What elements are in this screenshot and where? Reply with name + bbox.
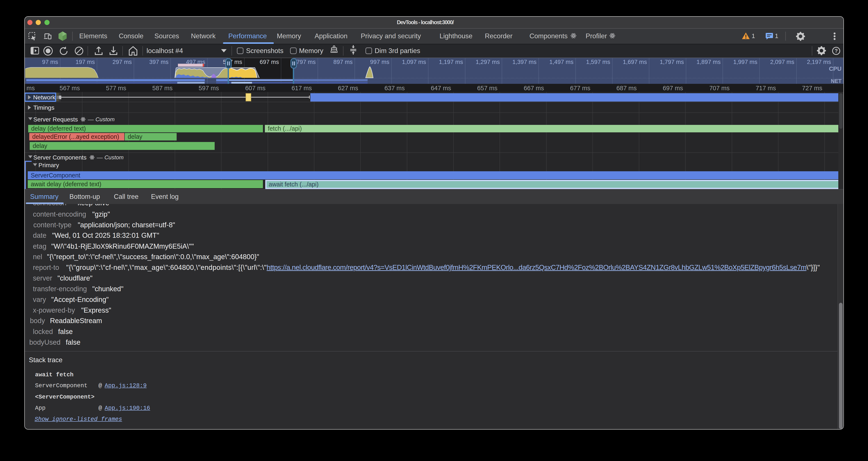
- svg-text:1,397 ms: 1,397 ms: [513, 59, 536, 65]
- svg-text:2,197 ms: 2,197 ms: [807, 59, 831, 65]
- svg-text:1,897 ms: 1,897 ms: [696, 59, 721, 65]
- svg-text:97 ms: 97 ms: [42, 59, 58, 65]
- svg-text:1,097 ms: 1,097 ms: [402, 59, 426, 65]
- svg-text:297 ms: 297 ms: [113, 59, 132, 65]
- svg-text:697 ms: 697 ms: [260, 59, 279, 65]
- svg-text:197 ms: 197 ms: [75, 59, 95, 65]
- svg-text:1,697 ms: 1,697 ms: [623, 59, 647, 65]
- svg-text:797 ms: 797 ms: [297, 59, 316, 65]
- svg-text:397 ms: 397 ms: [149, 59, 168, 65]
- svg-text:NET: NET: [831, 78, 841, 84]
- svg-text:1,597 ms: 1,597 ms: [586, 59, 610, 65]
- svg-text:1,197 ms: 1,197 ms: [439, 59, 463, 65]
- svg-text:1,497 ms: 1,497 ms: [549, 59, 574, 65]
- svg-text:1,297 ms: 1,297 ms: [476, 59, 500, 65]
- svg-text:1,797 ms: 1,797 ms: [660, 59, 684, 65]
- svg-text:CPU: CPU: [829, 65, 841, 72]
- svg-text:1,997 ms: 1,997 ms: [733, 59, 757, 65]
- svg-text:997 ms: 997 ms: [370, 59, 390, 65]
- svg-text:2,097 ms: 2,097 ms: [770, 59, 794, 65]
- svg-text:897 ms: 897 ms: [333, 59, 352, 65]
- svg-text:?: ?: [835, 48, 838, 54]
